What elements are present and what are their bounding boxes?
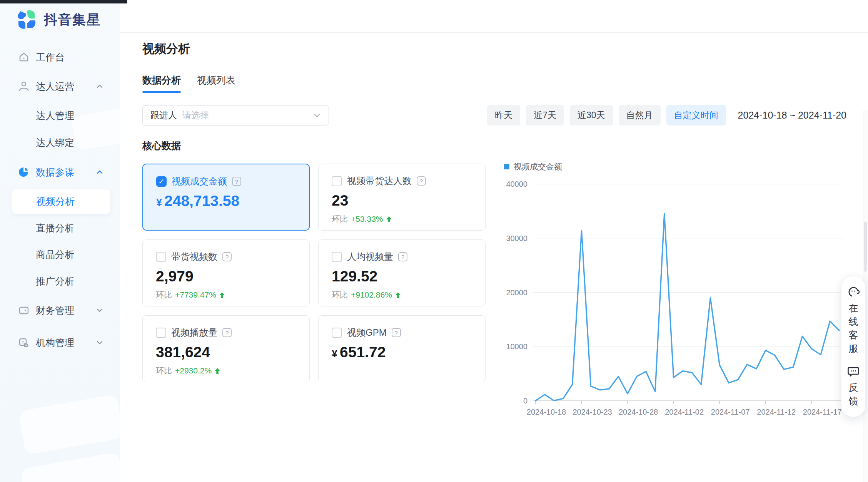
- pie-chart-icon: [18, 166, 30, 178]
- metric-ratio: 环比 +9102.86%: [332, 290, 472, 300]
- sidebar-item-label: 达人管理: [36, 109, 74, 122]
- checkbox-unchecked[interactable]: [156, 328, 166, 338]
- top-dark-strip: [0, 0, 127, 3]
- checkbox-unchecked[interactable]: [332, 176, 342, 186]
- sidebar-item-org-management[interactable]: 机构管理: [0, 332, 120, 353]
- brand-logo-icon: [15, 8, 38, 31]
- chevron-down-icon: [313, 112, 321, 119]
- metric-label: 视频成交金额: [172, 175, 227, 187]
- help-icon[interactable]: ?: [232, 177, 241, 186]
- metric-value: 23: [332, 192, 472, 209]
- metric-label: 视频GPM: [347, 326, 387, 339]
- sidebar-item-finance-management[interactable]: 财务管理: [0, 300, 120, 321]
- checkbox-unchecked[interactable]: [332, 328, 342, 338]
- sidebar-item-talent-operation[interactable]: 达人运营: [0, 75, 120, 97]
- increase-arrow-icon: [219, 292, 225, 298]
- chevron-down-icon: [95, 306, 104, 315]
- chevron-up-icon: [95, 82, 104, 90]
- sidebar: 抖音集星 工作台 达人运营 达人管理 达人绑定: [0, 0, 120, 482]
- metric-ratio: 环比 +53.33%: [332, 214, 472, 224]
- increase-arrow-icon: [395, 292, 401, 298]
- chart-legend[interactable]: 视频成交金额: [504, 161, 562, 172]
- metric-value: 381,624: [156, 344, 296, 361]
- checkbox-checked[interactable]: ✓: [156, 176, 167, 187]
- metric-card-video-gmv[interactable]: ✓ 视频成交金额 ? ¥248,713.58: [142, 164, 310, 231]
- svg-text:20000: 20000: [506, 288, 527, 297]
- date-controls: 昨天 近7天 近30天 自然月 自定义时间 2024-10-18 ~ 2024-…: [486, 105, 846, 126]
- metric-card-video-gpm[interactable]: 视频GPM ? ¥651.72: [318, 315, 486, 382]
- sidebar-item-label: 数据参谋: [36, 166, 74, 179]
- metric-label: 人均视频量: [347, 251, 393, 263]
- date-btn-30days[interactable]: 近30天: [570, 105, 613, 126]
- brand-logo: 抖音集星: [15, 8, 101, 31]
- sidebar-item-label: 达人绑定: [36, 136, 74, 149]
- sidebar-item-label: 机构管理: [36, 336, 74, 349]
- sidebar-item-talent-binding[interactable]: 达人绑定: [0, 132, 120, 153]
- sidebar-item-label: 直播分析: [36, 222, 74, 234]
- page: 抖音集星 工作台 达人运营 达人管理 达人绑定: [0, 0, 868, 482]
- home-icon: [18, 51, 30, 63]
- help-icon[interactable]: ?: [398, 252, 407, 261]
- help-icon[interactable]: ?: [417, 176, 426, 186]
- metric-value: ¥651.72: [332, 344, 472, 361]
- tab-label: 数据分析: [142, 75, 181, 85]
- svg-text:2024-11-02: 2024-11-02: [665, 408, 704, 416]
- help-icon[interactable]: ?: [222, 328, 232, 337]
- tab-video-list[interactable]: 视频列表: [197, 74, 235, 93]
- checkbox-unchecked[interactable]: [156, 252, 166, 262]
- metric-value: 129.52: [332, 268, 472, 285]
- svg-text:40000: 40000: [506, 180, 527, 188]
- gmv-trend-line-chart[interactable]: 0100002000030000400002024-10-182024-10-2…: [500, 172, 858, 419]
- sidebar-decor-blob: [18, 394, 120, 455]
- checkbox-unchecked[interactable]: [332, 252, 342, 262]
- feedback-label[interactable]: 反馈: [848, 381, 859, 408]
- svg-text:2024-11-07: 2024-11-07: [711, 408, 750, 416]
- svg-text:2024-10-23: 2024-10-23: [573, 408, 612, 416]
- date-btn-custom[interactable]: 自定义时间: [666, 105, 726, 126]
- svg-text:2024-11-12: 2024-11-12: [757, 408, 796, 416]
- follower-select-label: 跟进人: [150, 109, 177, 121]
- date-range-text[interactable]: 2024-10-18 ~ 2024-11-20: [738, 110, 846, 121]
- help-icon[interactable]: ?: [392, 328, 401, 337]
- date-btn-7days[interactable]: 近7天: [526, 105, 564, 126]
- metric-label: 带货视频数: [171, 251, 217, 263]
- increase-arrow-icon: [215, 368, 220, 374]
- page-title: 视频分析: [142, 41, 190, 57]
- brand-name: 抖音集星: [44, 11, 101, 29]
- metric-value: ¥248,713.58: [156, 192, 296, 209]
- scrollbar-thumb[interactable]: [864, 222, 867, 272]
- chevron-down-icon: [95, 338, 104, 347]
- sidebar-item-label: 财务管理: [36, 304, 74, 317]
- follower-select-placeholder: 请选择: [182, 109, 308, 121]
- feedback-icon: [847, 365, 860, 378]
- help-icon[interactable]: ?: [222, 252, 232, 261]
- sidebar-item-data-advisor[interactable]: 数据参谋: [0, 161, 120, 183]
- sidebar-item-workbench[interactable]: 工作台: [0, 46, 120, 68]
- metric-card-selling-talents[interactable]: 视频带货达人数 ? 23 环比 +53.33%: [318, 164, 486, 231]
- metric-ratio: 环比 +2930.2%: [156, 365, 296, 376]
- floating-support-widget: 在线客服 反馈: [841, 276, 866, 417]
- date-btn-yesterday[interactable]: 昨天: [487, 105, 520, 126]
- metric-card-videos-per-talent[interactable]: 人均视频量 ? 129.52 环比 +9102.86%: [318, 239, 486, 306]
- sidebar-item-promotion-analysis[interactable]: 推广分析: [0, 270, 120, 292]
- organization-icon: [18, 336, 30, 349]
- sidebar-item-product-analysis[interactable]: 商品分析: [0, 244, 120, 265]
- metric-ratio: 环比 +7739.47%: [156, 290, 296, 300]
- sidebar-item-video-analysis[interactable]: 视频分析: [12, 189, 110, 214]
- tab-data-analysis[interactable]: 数据分析: [142, 74, 181, 93]
- date-btn-natural-month[interactable]: 自然月: [619, 105, 661, 126]
- follower-select[interactable]: 跟进人 请选择: [142, 105, 329, 126]
- online-service-label[interactable]: 在线客服: [848, 301, 859, 355]
- metric-label: 视频播放量: [171, 326, 217, 339]
- legend-label: 视频成交金额: [514, 161, 562, 172]
- metric-card-selling-videos[interactable]: 带货视频数 ? 2,979 环比 +7739.47%: [142, 239, 310, 306]
- sidebar-item-live-analysis[interactable]: 直播分析: [0, 217, 120, 239]
- core-data-heading: 核心数据: [142, 139, 181, 152]
- sidebar-decor-blob: [20, 452, 120, 482]
- tab-active-underline: [142, 91, 181, 93]
- metric-card-video-views[interactable]: 视频播放量 ? 381,624 环比 +2930.2%: [142, 315, 310, 382]
- svg-text:2024-10-28: 2024-10-28: [619, 408, 658, 416]
- svg-text:30000: 30000: [506, 234, 527, 243]
- sidebar-item-label: 工作台: [36, 51, 65, 64]
- sidebar-item-talent-management[interactable]: 达人管理: [0, 105, 120, 126]
